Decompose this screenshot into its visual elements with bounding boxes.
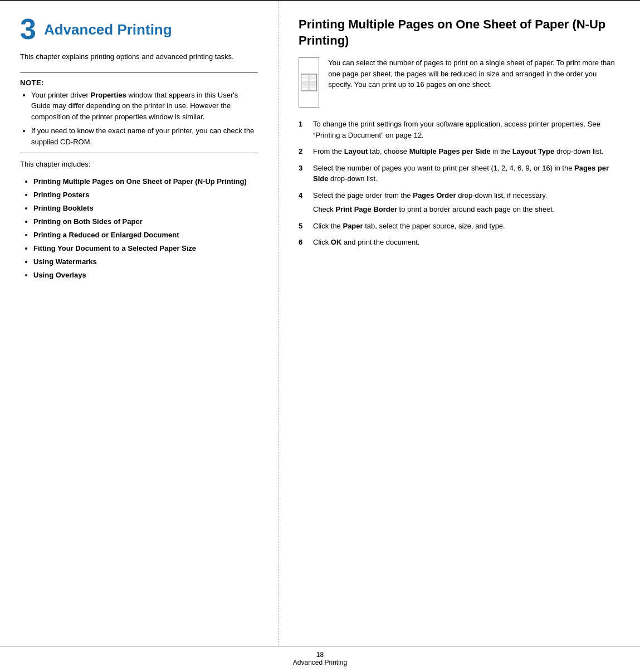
step-3-num: 3	[299, 163, 309, 174]
step-6: 6 Click OK and print the document.	[299, 237, 618, 248]
step-5: 5 Click the Paper tab, select the paper …	[299, 221, 618, 232]
section-intro: You can select the number of pages to pr…	[328, 57, 618, 103]
step-5-num: 5	[299, 221, 309, 232]
step-1: 1 To change the print settings from your…	[299, 119, 618, 140]
step-6-text: Click OK and print the document.	[313, 237, 618, 248]
chapter-number: 3	[20, 14, 36, 43]
footer-label: Advanced Printing	[293, 659, 347, 666]
note-list: Your printer driver Properties window th…	[20, 90, 258, 148]
step-4-num: 4	[299, 190, 309, 201]
topic-both-sides: Printing on Both Sides of Paper	[33, 216, 258, 228]
step-2: 2 From the Layout tab, choose Multiple P…	[299, 146, 618, 157]
page-container: 3 Advanced Printing This chapter explain…	[0, 0, 640, 672]
chapter-header: 3 Advanced Printing	[20, 17, 258, 43]
step-3-text: Select the number of pages you want to p…	[313, 163, 618, 184]
step-2-text: From the Layout tab, choose Multiple Pag…	[313, 146, 618, 157]
page-footer: 18 Advanced Printing	[0, 646, 640, 672]
divider-top	[20, 72, 258, 73]
footer-page-num: 18	[316, 651, 324, 659]
step-5-text: Click the Paper tab, select the paper so…	[313, 221, 618, 232]
chapter-includes-label: This chapter includes:	[20, 159, 258, 170]
topic-overlays: Using Overlays	[33, 269, 258, 281]
topic-watermarks: Using Watermarks	[33, 256, 258, 268]
topic-posters: Printing Posters	[33, 189, 258, 201]
topic-n-up: Printing Multiple Pages on One Sheet of …	[33, 176, 258, 188]
chapter-intro: This chapter explains printing options a…	[20, 51, 258, 62]
section-title: Printing Multiple Pages on One Sheet of …	[299, 17, 618, 48]
topic-fitting: Fitting Your Document to a Selected Pape…	[33, 242, 258, 255]
left-column: 3 Advanced Printing This chapter explain…	[0, 1, 279, 646]
illustration-box	[299, 57, 319, 108]
svg-rect-3	[302, 75, 308, 82]
step-4: 4 Select the page order from the Pages O…	[299, 190, 618, 215]
svg-rect-13	[302, 84, 308, 90]
step-6-num: 6	[299, 237, 309, 248]
n-up-illustration	[299, 60, 319, 105]
step-3: 3 Select the number of pages you want to…	[299, 163, 618, 184]
chapter-topics-list: Printing Multiple Pages on One Sheet of …	[20, 176, 258, 282]
note-item-1: Your printer driver Properties window th…	[31, 90, 258, 123]
topic-booklets: Printing Booklets	[33, 202, 258, 215]
step-4-sub: Check Print Page Border to print a borde…	[313, 204, 618, 215]
step-2-num: 2	[299, 146, 309, 157]
step-1-text: To change the print settings from your s…	[313, 119, 618, 140]
divider-bottom	[20, 153, 258, 153]
chapter-title: Advanced Printing	[44, 17, 172, 38]
svg-rect-18	[310, 84, 316, 90]
steps-container: 1 To change the print settings from your…	[299, 119, 618, 248]
step-4-text: Select the page order from the Pages Ord…	[313, 190, 618, 215]
svg-rect-8	[310, 75, 316, 82]
note-label: Note:	[20, 79, 258, 87]
step-1-num: 1	[299, 119, 309, 130]
main-content: 3 Advanced Printing This chapter explain…	[0, 1, 640, 646]
topic-reduced-enlarged: Printing a Reduced or Enlarged Document	[33, 229, 258, 241]
note-section: Note: Your printer driver Properties win…	[20, 79, 258, 148]
note-item-2: If you need to know the exact name of yo…	[31, 125, 258, 147]
right-column: Printing Multiple Pages on One Sheet of …	[279, 1, 640, 646]
